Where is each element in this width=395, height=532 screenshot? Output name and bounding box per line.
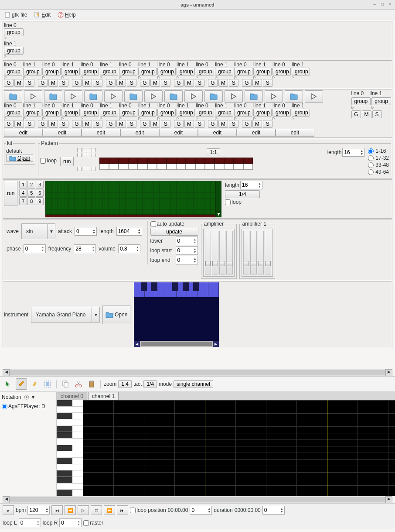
file-icon-button[interactable] <box>44 90 62 103</box>
pattern-step[interactable] <box>138 164 147 170</box>
g-button[interactable]: G <box>38 120 48 128</box>
play-icon-button[interactable] <box>24 90 42 103</box>
g-button[interactable]: G <box>140 79 150 87</box>
group-button[interactable]: group <box>4 28 24 36</box>
edit-button[interactable]: edit <box>4 129 43 137</box>
pattern-step[interactable] <box>138 158 147 164</box>
close-icon[interactable]: × <box>387 2 393 8</box>
g-button[interactable]: G <box>4 79 14 87</box>
g-button[interactable]: G <box>72 120 82 128</box>
kit-open-button[interactable]: Open <box>6 154 33 162</box>
pattern-step[interactable] <box>224 158 234 164</box>
main-scrollbar[interactable]: ◀▶ <box>3 369 392 376</box>
paste-icon[interactable] <box>86 378 97 390</box>
pattern-step[interactable] <box>128 158 138 164</box>
m-button[interactable]: M <box>116 79 126 87</box>
g-button[interactable]: G <box>72 79 82 87</box>
group-button[interactable]: group <box>292 109 310 117</box>
m-button[interactable]: M <box>252 79 262 87</box>
pattern-step[interactable] <box>215 164 224 170</box>
pattern-step[interactable] <box>109 164 119 170</box>
m-button[interactable]: M <box>184 120 194 128</box>
player-radio[interactable]: AgsFFPlayer: D <box>2 403 54 409</box>
run-button[interactable]: run <box>4 181 17 206</box>
expand-icon[interactable]: ▷ <box>81 76 99 79</box>
update-button[interactable]: update <box>150 228 198 236</box>
expand-icon[interactable]: ▷ <box>119 117 137 120</box>
g-button[interactable]: G <box>208 120 218 128</box>
numpad-button-3[interactable]: 3 <box>36 181 44 189</box>
stop-icon[interactable]: □ <box>91 505 102 515</box>
group-button[interactable]: group <box>4 47 24 55</box>
expand-icon[interactable]: ▷ <box>253 117 272 120</box>
expand-icon[interactable]: ▷ <box>196 76 214 79</box>
expand-icon[interactable]: ▷ <box>157 117 176 120</box>
osc-length-spinbox[interactable]: ▲▼ <box>116 227 142 236</box>
s-button[interactable]: S <box>93 120 102 128</box>
group-button[interactable]: group <box>253 109 272 117</box>
pattern-step[interactable] <box>119 158 128 164</box>
play-pointer-icon[interactable]: ▸ <box>3 505 14 515</box>
m-button[interactable]: M <box>14 120 24 128</box>
expand-icon[interactable]: ▷ <box>157 76 176 79</box>
s-button[interactable]: S <box>263 79 272 87</box>
duration-spinbox[interactable]: ▲▼ <box>262 506 285 515</box>
file-icon-button[interactable] <box>285 90 303 103</box>
file-icon-button[interactable] <box>245 90 263 103</box>
group-button[interactable]: group <box>351 97 371 105</box>
numpad-button-4[interactable]: 4 <box>19 189 27 197</box>
expand-icon[interactable]: ▷ <box>23 76 41 79</box>
expand-icon[interactable]: ▷ <box>177 117 195 120</box>
pattern-step[interactable] <box>243 158 253 164</box>
group-button[interactable]: group <box>196 68 214 76</box>
pattern-step[interactable] <box>167 164 176 170</box>
pattern-step[interactable] <box>128 164 138 170</box>
m-button[interactable]: M <box>252 120 262 128</box>
play-icon-button[interactable] <box>144 90 163 103</box>
g-button[interactable]: G <box>208 79 218 87</box>
pattern-step[interactable] <box>157 164 167 170</box>
expand-icon[interactable]: ▷ <box>42 117 61 120</box>
copy-icon[interactable] <box>60 378 71 390</box>
chevron-down-icon[interactable]: ▾ <box>92 307 100 323</box>
s-button[interactable]: S <box>127 120 136 128</box>
brush-icon[interactable] <box>29 378 40 390</box>
sequencer-grid[interactable] <box>45 181 215 215</box>
numpad-button-5[interactable]: 5 <box>27 189 35 197</box>
tab-channel-1[interactable]: channel 1 <box>88 392 119 400</box>
pattern-step[interactable] <box>205 158 215 164</box>
pattern-step[interactable] <box>205 164 215 170</box>
pattern-step[interactable] <box>157 158 167 164</box>
group-button[interactable]: group <box>61 68 80 76</box>
volume-spinbox[interactable]: ▲▼ <box>118 244 140 253</box>
mode-value-button[interactable]: single channel <box>174 380 213 388</box>
loop-end-spinbox[interactable]: ▲▼ <box>176 256 198 264</box>
expand-icon[interactable]: ▷ <box>100 117 118 120</box>
file-icon-button[interactable] <box>4 90 22 103</box>
group-button[interactable]: group <box>138 68 157 76</box>
group-button[interactable]: group <box>81 109 99 117</box>
group-button[interactable]: group <box>81 68 99 76</box>
edit-button[interactable]: edit <box>120 129 159 137</box>
s-button[interactable]: S <box>263 120 272 128</box>
expand-icon[interactable]: ▷ <box>196 117 214 120</box>
group-button[interactable]: group <box>253 68 272 76</box>
group-button[interactable]: group <box>61 109 80 117</box>
expand-icon[interactable]: ▷ <box>371 106 374 110</box>
s-button[interactable]: S <box>161 79 170 87</box>
group-button[interactable]: group <box>234 68 252 76</box>
expand-icon[interactable]: ▷ <box>119 76 137 79</box>
play-icon-button[interactable] <box>104 90 123 103</box>
group-button[interactable]: group <box>42 68 61 76</box>
expand-icon[interactable]: ▷ <box>138 117 157 120</box>
file-icon-button[interactable] <box>164 90 183 103</box>
pattern-step[interactable] <box>176 164 186 170</box>
ratio-button[interactable]: 1:1 <box>207 148 220 156</box>
sequencer-scrollbar[interactable]: ▼ <box>215 181 221 217</box>
play-icon-button[interactable] <box>265 90 283 103</box>
s-button[interactable]: S <box>161 120 170 128</box>
zoom-value-button[interactable]: 1:4 <box>118 380 132 388</box>
piano-roll-keys[interactable] <box>57 400 83 496</box>
numpad-button-8[interactable]: 8 <box>27 197 35 205</box>
pattern-step[interactable] <box>109 158 119 164</box>
